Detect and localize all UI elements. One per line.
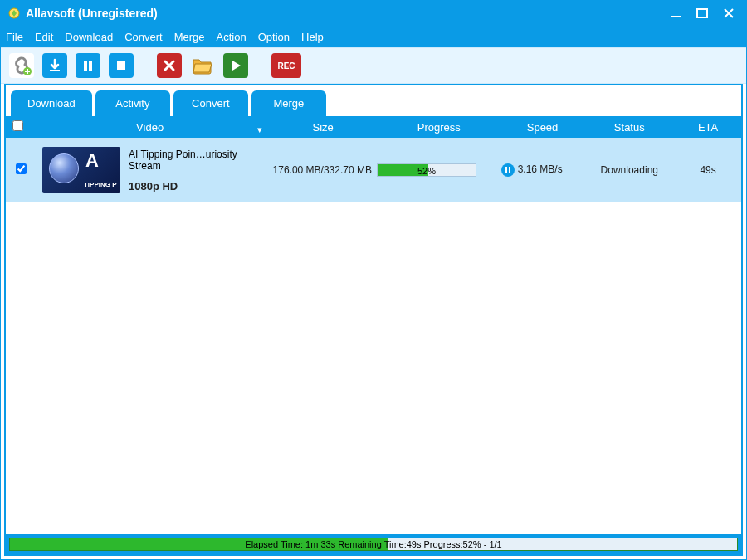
menu-merge[interactable]: Merge [174,31,205,43]
column-progress[interactable]: Progress [377,121,501,134]
window-controls [670,7,740,19]
row-video-cell: A AI Tipping Poin…uriosity Stream 1080p … [31,147,269,193]
row-progress-cell: 52% [377,163,501,177]
select-all-checkbox[interactable] [12,120,23,131]
row-eta: 49s [675,164,741,176]
column-video-label: Video [136,121,164,134]
menu-download[interactable]: Download [65,31,113,43]
tab-row: Download Activity Convert Merge [6,85,741,116]
delete-button[interactable] [157,53,182,78]
svg-rect-7 [117,61,125,70]
menu-file[interactable]: File [6,31,23,43]
maximize-button[interactable] [696,7,708,19]
tab-merge[interactable]: Merge [251,90,326,116]
progress-percent: 52% [378,164,476,178]
progress-bar: 52% [377,163,476,177]
menu-option[interactable]: Option [258,31,290,43]
table-header: Video▾ Size Progress Speed Status ETA [6,116,741,138]
tab-convert[interactable]: Convert [173,90,248,116]
row-status: Downloading [583,164,675,176]
svg-rect-6 [89,61,92,71]
menu-edit[interactable]: Edit [35,31,53,43]
video-resolution: 1080p HD [129,180,269,192]
open-folder-button[interactable] [190,53,215,78]
svg-rect-1 [671,16,681,17]
column-size[interactable]: Size [269,121,377,134]
pause-button[interactable] [76,53,100,78]
menubar: File Edit Download Convert Merge Action … [1,26,746,47]
stop-button[interactable] [109,53,134,78]
row-size: 176.00 MB/332.70 MB [269,164,377,176]
svg-rect-4 [50,70,60,71]
elapsed-bar: Elapsed Time: 1m 33s Remaining Time:49s … [9,538,738,551]
column-status[interactable]: Status [583,121,675,134]
column-speed[interactable]: Speed [501,121,584,134]
table-body: A AI Tipping Poin…uriosity Stream 1080p … [6,138,741,534]
svg-rect-2 [697,9,707,17]
column-eta[interactable]: ETA [675,121,741,134]
sort-arrow-icon: ▾ [257,124,262,135]
svg-rect-5 [84,61,87,71]
paste-url-button[interactable] [9,53,34,78]
menu-action[interactable]: Action [217,31,247,43]
elapsed-text: Elapsed Time: 1m 33s Remaining Time:49s … [10,538,737,550]
menu-help[interactable]: Help [301,31,324,43]
video-thumbnail: A [42,147,120,193]
menu-convert[interactable]: Convert [124,31,163,43]
column-video[interactable]: Video▾ [31,121,269,134]
download-button[interactable] [42,53,67,78]
window-title: Allavsoft (Unregistered) [26,7,670,20]
app-icon [7,7,21,20]
minimize-button[interactable] [670,7,681,19]
titlebar: Allavsoft (Unregistered) [1,1,746,26]
tab-download[interactable]: Download [11,90,92,116]
table-row[interactable]: A AI Tipping Poin…uriosity Stream 1080p … [6,138,741,202]
tab-activity[interactable]: Activity [95,90,170,116]
footer: Elapsed Time: 1m 33s Remaining Time:49s … [6,534,741,554]
toolbar: REC [1,47,746,84]
content-area: Download Activity Convert Merge Video▾ S… [4,84,743,556]
row-checkbox-cell [6,163,31,177]
row-speed: 3.16 MB/s [518,163,563,175]
row-checkbox[interactable] [16,163,27,174]
pause-icon[interactable] [501,163,515,177]
app-window: Allavsoft (Unregistered) File Edit Downl… [0,0,747,560]
record-button[interactable]: REC [271,53,301,78]
column-checkbox[interactable] [6,120,31,134]
close-button[interactable] [723,7,735,19]
play-button[interactable] [223,53,248,78]
video-title: AI Tipping Poin…uriosity Stream [129,149,269,172]
row-speed-cell: 3.16 MB/s [501,163,584,177]
